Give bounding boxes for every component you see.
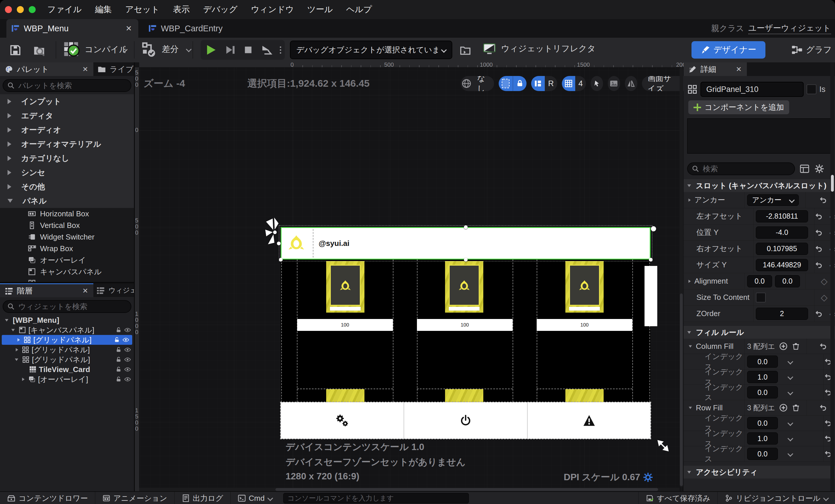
card-entry[interactable] xyxy=(445,261,483,313)
find-icon[interactable] xyxy=(459,44,471,56)
play-icon[interactable] xyxy=(204,43,217,56)
anchor-dropdown[interactable]: アンカー xyxy=(747,194,799,206)
revert-icon[interactable] xyxy=(814,309,823,318)
compile-options-icon[interactable] xyxy=(124,46,125,53)
palette-item-canvas-panel[interactable]: キャンバスパネル xyxy=(0,266,134,278)
frame-skip-icon[interactable] xyxy=(224,44,236,56)
revert-icon[interactable] xyxy=(814,261,823,269)
left-offset-field[interactable]: -2.810811 xyxy=(756,210,808,222)
bind-diamond-icon[interactable]: ◇ xyxy=(821,276,828,286)
hierarchy-search[interactable] xyxy=(3,300,131,313)
category-other[interactable]: その他 xyxy=(0,180,134,194)
flip-preview-button[interactable] xyxy=(625,76,637,91)
nav-cell-warning[interactable] xyxy=(528,402,651,439)
preview-grid-panel[interactable]: 100 100 100 xyxy=(281,260,651,402)
index-value-field[interactable]: 1.0 xyxy=(747,432,778,445)
trash-icon[interactable] xyxy=(792,403,800,412)
close-icon[interactable]: ✕ xyxy=(82,65,88,73)
category-panel[interactable]: パネル xyxy=(0,194,134,208)
screen-size-dropdown[interactable]: 画面サイズ xyxy=(642,76,684,91)
chevron-down-icon[interactable] xyxy=(788,420,793,426)
palette-search[interactable] xyxy=(3,79,131,92)
card-entry[interactable] xyxy=(326,261,364,313)
resize-handle[interactable] xyxy=(464,258,468,262)
alignment-x-field[interactable]: 0.0 xyxy=(747,275,772,287)
widget-reflector-button[interactable]: ウィジェットリフレクタ xyxy=(482,41,595,56)
bind-diamond-icon[interactable]: ◇ xyxy=(821,292,828,302)
add-element-icon[interactable] xyxy=(779,403,788,412)
category-audio[interactable]: オーディオ xyxy=(0,123,134,137)
palette-item-wrap-box[interactable]: Wrap Box xyxy=(0,243,134,254)
tree-item-grid-panel-3[interactable]: [グリッドパネル] xyxy=(0,355,134,364)
size-y-field[interactable]: 146.449829 xyxy=(756,259,808,271)
tree-item-canvas-panel[interactable]: [キャンバスパネル] xyxy=(0,325,134,335)
chevron-down-icon[interactable] xyxy=(788,359,793,364)
revision-control-dropdown[interactable]: リビジョンコントロール xyxy=(717,492,835,504)
revert-icon[interactable] xyxy=(819,196,828,204)
lock-icon[interactable] xyxy=(116,346,122,353)
hierarchy-search-input[interactable] xyxy=(18,302,127,311)
tab-details[interactable]: 詳細 ✕ xyxy=(684,62,747,76)
index-value-field[interactable]: 1.0 xyxy=(747,371,778,383)
resize-handle[interactable] xyxy=(651,226,656,231)
settings-gear-icon[interactable] xyxy=(814,164,824,174)
section-fill-rules[interactable]: フィル ルール xyxy=(684,326,835,339)
menu-asset[interactable]: アセット xyxy=(125,4,160,15)
eye-icon[interactable] xyxy=(124,376,131,383)
size-to-content-checkbox[interactable] xyxy=(756,293,766,302)
resize-handle[interactable] xyxy=(277,242,281,245)
resize-handle[interactable] xyxy=(649,258,653,262)
preview-background-button[interactable] xyxy=(608,76,620,91)
trash-icon[interactable] xyxy=(792,342,800,350)
lock-icon[interactable] xyxy=(116,376,122,383)
add-element-icon[interactable] xyxy=(779,342,788,350)
preview-nav-bar[interactable] xyxy=(281,402,651,439)
revert-icon[interactable] xyxy=(814,228,823,237)
position-y-field[interactable]: -4.0 xyxy=(756,226,808,239)
close-icon[interactable]: ✕ xyxy=(736,65,742,73)
widget-name-field[interactable] xyxy=(700,82,804,97)
category-uncategorized[interactable]: カテゴリなし xyxy=(0,151,134,165)
close-window-button[interactable] xyxy=(5,6,12,13)
tab-hierarchy[interactable]: 階層 ✕ xyxy=(0,283,93,297)
tab-palette[interactable]: パレット ✕ xyxy=(0,62,93,76)
resize-handle[interactable] xyxy=(464,225,468,229)
revert-icon[interactable] xyxy=(814,212,823,221)
select-cursor-button[interactable] xyxy=(591,76,603,91)
palette-item-horizontal-box[interactable]: Horizontal Box xyxy=(0,208,134,220)
browse-to-asset-icon[interactable] xyxy=(33,43,46,57)
minimize-window-button[interactable] xyxy=(17,6,24,13)
output-log-button[interactable]: 出力ログ xyxy=(175,492,231,504)
details-scrollbar[interactable] xyxy=(830,62,834,491)
chevron-down-icon[interactable] xyxy=(788,436,793,441)
content-drawer-button[interactable]: コンテンツドロワー xyxy=(0,492,95,504)
cmd-dropdown[interactable]: Cmd xyxy=(231,492,279,504)
index-value-field[interactable]: 0.0 xyxy=(747,356,778,368)
eye-icon[interactable] xyxy=(122,336,129,343)
palette-search-input[interactable] xyxy=(18,81,127,90)
tree-item-wbp-menu[interactable]: [WBP_Menu] xyxy=(0,315,134,325)
compile-button[interactable]: コンパイル xyxy=(63,41,127,58)
close-icon[interactable]: ✕ xyxy=(125,24,132,33)
save-all-status[interactable]: すべて保存済み xyxy=(638,492,717,504)
menu-edit[interactable]: 編集 xyxy=(95,4,112,15)
canvas-horizontal-scrollbar[interactable] xyxy=(139,488,679,491)
stop-icon[interactable] xyxy=(243,45,253,55)
tab-wbp-cardentry[interactable]: WBP_CardEntry xyxy=(144,19,228,38)
index-value-field[interactable]: 0.0 xyxy=(747,448,778,460)
index-value-field[interactable]: 0.0 xyxy=(747,386,778,399)
tree-item-tileview-card[interactable]: TileView_Card xyxy=(0,364,134,375)
tab-library[interactable]: ライブラリ xyxy=(93,62,134,76)
revert-icon[interactable] xyxy=(819,342,828,350)
save-icon[interactable] xyxy=(9,43,22,57)
section-accessibility[interactable]: アクセシビリティ xyxy=(684,466,835,479)
menu-file[interactable]: ファイル xyxy=(47,4,82,15)
console-command-input[interactable] xyxy=(283,493,469,503)
add-component-button[interactable]: コンポーネントを追加 xyxy=(688,100,789,114)
selected-header-widget[interactable]: @syui.ai xyxy=(281,227,651,260)
card-entry[interactable] xyxy=(565,261,604,313)
is-variable-checkbox[interactable] xyxy=(807,84,816,94)
lock-icon[interactable] xyxy=(114,337,120,343)
resize-diagonal-icon[interactable] xyxy=(657,439,669,452)
alignment-respect-group[interactable]: R xyxy=(531,76,557,91)
